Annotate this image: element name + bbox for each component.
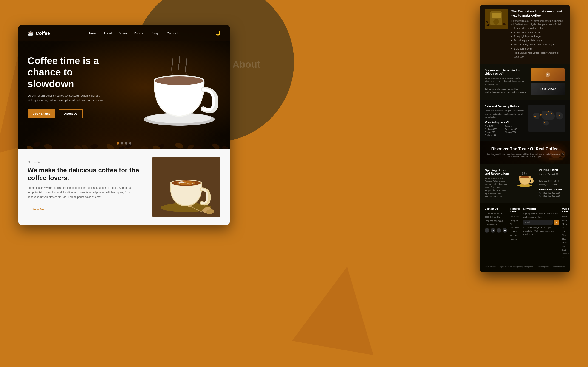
discover-text: It is a long established fact that a rea… (485, 153, 565, 158)
dot-2[interactable] (121, 142, 123, 144)
quick-link-about[interactable]: About Us (562, 222, 569, 230)
video-thumb-views[interactable]: 1.7 Mil VIEWS (531, 83, 565, 95)
blog-thumbnail (485, 9, 508, 29)
slider-dots (117, 142, 131, 144)
quick-link-menu[interactable]: Our Menu (562, 230, 569, 237)
know-more-button[interactable]: Know More (27, 205, 51, 213)
svg-point-46 (540, 114, 542, 116)
hours-weekday: Monday - Friday 8:00 - 20:00 (539, 173, 565, 180)
dot-1[interactable] (117, 142, 119, 144)
phone-2[interactable]: 📞 +250 250-999-8888 (539, 195, 565, 197)
footer-contact-address: © Coffee, 43 Street, 2000 Coffee City (485, 212, 507, 219)
newsletter-input[interactable] (523, 220, 553, 225)
map-visual (528, 105, 565, 132)
quick-link-contact[interactable]: Contact Us (562, 252, 569, 259)
dark-mode-toggle[interactable]: 🌙 (216, 31, 221, 36)
featured-link-happes[interactable]: What is happes (510, 233, 520, 241)
footer-legal-links: Privacy policy Terms of service (538, 266, 565, 268)
nav-item-contact[interactable]: Contact (166, 31, 178, 35)
svg-point-9 (105, 143, 115, 149)
phone-1[interactable]: 📞 +250 250-999-8888 (539, 192, 565, 194)
quick-link-cart[interactable]: My Cart (562, 244, 569, 252)
right-panel-content: The Easiest and most convenient way to m… (480, 5, 570, 272)
privacy-policy-link[interactable]: Privacy policy (538, 266, 549, 268)
svg-rect-34 (492, 13, 501, 18)
hero-title: Coffee time is a chance to slowdown (27, 55, 120, 90)
hours-section: Opening Hours and Reservations. Lorem ip… (480, 164, 570, 203)
svg-point-11 (141, 146, 149, 149)
featured-link-careers[interactable]: Careers (510, 230, 520, 233)
about-us-button[interactable]: About Us (59, 109, 83, 118)
blog-title: The Easiest and most convenient way to m… (511, 9, 565, 17)
about-title: We make the delicious coffee for the cof… (27, 166, 140, 182)
about-section: Our Skills We make the delicious coffee … (18, 149, 230, 225)
svg-point-3 (155, 76, 203, 85)
dot-4[interactable] (129, 142, 131, 144)
terms-of-service-link[interactable]: Terms of service (552, 266, 565, 268)
newsletter-submit-button[interactable]: ➜ (553, 220, 559, 225)
footer-newsletter-text: Sign up to hear about the latest News an… (523, 212, 559, 219)
video-thumb-play[interactable]: ▶ (531, 68, 565, 81)
newsletter-form: ➜ (523, 220, 559, 225)
phone-icon-2: 📞 (539, 195, 541, 197)
play-button-1[interactable]: ▶ (545, 73, 550, 77)
facebook-icon[interactable]: f (485, 228, 489, 233)
footer-section: Contact Us © Coffee, 43 Street, 2000 Cof… (480, 203, 570, 272)
discover-section: Discover The Taste Of Real Coffee It is … (480, 141, 570, 164)
video-link-1[interactable]: Gather more information from coffee (485, 88, 528, 90)
hero-section: ☕ Coffee Home About Menu Pages Blog Cont… (18, 25, 230, 149)
bg-triangle-right (292, 259, 388, 355)
featured-link-team[interactable]: Our Team (510, 215, 520, 218)
cup-illustration (140, 44, 218, 132)
nav-item-about[interactable]: About (103, 31, 112, 35)
country-canada: Canada (11) (505, 125, 525, 127)
country-england: England (56) (485, 134, 504, 136)
svg-point-7 (74, 144, 83, 149)
svg-point-42 (551, 113, 552, 114)
video-link-2[interactable]: Work with green and roasted coffee provi… (485, 91, 528, 93)
latte-illustration (152, 157, 221, 217)
instagram-icon[interactable]: in (491, 228, 495, 233)
nav-links: Home About Menu Pages Blog Contact (88, 31, 178, 35)
map-subtitle: Where to buy our coffee (485, 121, 525, 124)
svg-point-35 (493, 19, 499, 25)
map-section: Sale and Delivery Points Lorem ipsum viv… (480, 100, 570, 141)
views-count: 1.7 Mil VIEWS (538, 87, 557, 92)
phone-icon-1: 📞 (539, 192, 541, 194)
quick-link-home[interactable]: Home Page (562, 215, 569, 222)
blog-recipe-list: 1 tbsp coffee in coffee maker 2 tbsp fin… (511, 26, 565, 59)
book-table-button[interactable]: Book a table (27, 109, 55, 118)
youtube-icon[interactable]: ▶ (502, 228, 507, 233)
nav-item-home[interactable]: Home (88, 31, 97, 35)
discover-title: Discover The Taste Of Real Coffee (491, 147, 559, 151)
nav-item-blog[interactable]: Blog (152, 31, 160, 35)
twitter-icon[interactable]: t (497, 228, 501, 233)
recipe-item-3: 1 tbsp lightly packed sugar (514, 34, 565, 39)
featured-link-instagram[interactable]: Instagram Story (510, 219, 520, 226)
svg-point-45 (548, 111, 549, 112)
recipe-item-7: Hold a household Coffee Flask / Shaker 5… (514, 51, 565, 59)
svg-point-5 (44, 143, 53, 149)
hours-saturday: Saturday 8:00 - 18:00 (539, 179, 565, 183)
country-mexico: Mexico (27) (505, 131, 525, 133)
footer-bottom: © 2022 Coffee. All rights reserved. Desi… (485, 263, 565, 268)
svg-point-16 (26, 145, 34, 149)
hero-subtitle: Lorem ipsum dolor sit amet consectetur a… (27, 93, 106, 102)
nav-item-menu[interactable]: Menu (119, 31, 127, 35)
svg-point-6 (61, 142, 68, 149)
logo-text: Coffee (36, 31, 50, 36)
nav-item-pages[interactable]: Pages (134, 31, 145, 35)
svg-point-14 (194, 145, 201, 149)
recipe-item-5: 1/2 Cup finely packed dark brown sugar (514, 43, 565, 47)
quick-link-blog[interactable]: Blog Posts (562, 237, 569, 244)
svg-point-18 (81, 144, 89, 149)
blog-card: The Easiest and most convenient way to m… (480, 5, 570, 64)
featured-link-brands[interactable]: Our Brands (510, 226, 520, 230)
footer-featured-col: Featured Links Our Team Instagram Story … (510, 207, 520, 259)
country-russia: Russia 780 (485, 131, 504, 133)
svg-point-22 (221, 145, 229, 149)
main-window: ☕ Coffee Home About Menu Pages Blog Cont… (18, 25, 230, 225)
svg-point-43 (559, 115, 560, 116)
svg-point-48 (548, 158, 563, 160)
dot-3[interactable] (125, 142, 127, 144)
